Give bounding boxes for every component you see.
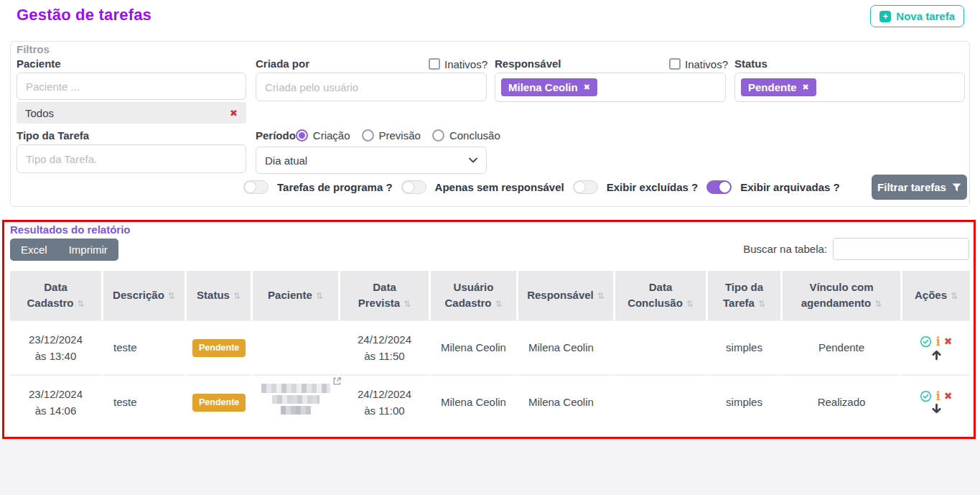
toggle-knob (719, 182, 730, 193)
paciente-input[interactable] (17, 73, 246, 100)
info-icon[interactable]: i (935, 390, 940, 402)
cell-data-conclusao (613, 320, 706, 374)
column-header-data-prevista[interactable]: Data Prevista⇅ (338, 271, 429, 320)
table-row: 23/12/2024 às 13:40 teste Pendente 24/12… (10, 320, 970, 374)
radio-conclusao-label: Conclusão (449, 129, 500, 142)
toggle-exibir-arquivadas[interactable] (706, 180, 732, 194)
radio-criacao-label: Criação (313, 129, 350, 142)
toggle-knob (245, 182, 256, 193)
column-header-label: Status (197, 289, 230, 301)
criada-por-input[interactable] (256, 73, 487, 101)
delete-icon[interactable]: ✖ (944, 336, 953, 346)
selected-patient-row[interactable]: Todos ✖ (17, 102, 246, 124)
cell-paciente (251, 374, 338, 429)
cell-responsavel: Milena Ceolin (516, 320, 613, 374)
inativos-label-criada: Inativos? (444, 58, 487, 70)
column-header-usuario-cadastro[interactable]: Usuário Cadastro⇅ (429, 271, 516, 320)
results-table: Data Cadastro⇅ Descrição⇅ Status⇅ Pacien… (10, 271, 970, 429)
filter-tasks-button[interactable]: Filtrar tarefas (872, 175, 967, 200)
toggle-tarefas-programa[interactable] (243, 180, 269, 194)
status-chip[interactable]: Pendente ✖ (741, 78, 816, 96)
column-header-label: Paciente (268, 289, 312, 301)
cell-data-prevista: 24/12/2024 às 11:00 (338, 374, 429, 429)
responsavel-field[interactable]: Milena Ceolin ✖ (495, 73, 726, 102)
new-task-button[interactable]: + Nova tarefa (870, 5, 964, 27)
tipo-tarefa-input[interactable] (17, 144, 246, 173)
column-header-tipo-tarefa[interactable]: Tipo da Tarefa⇅ (706, 271, 780, 320)
cell-paciente (251, 320, 338, 374)
toggle-apenas-sem-responsavel-label: Apenas sem responsável (435, 181, 564, 193)
sort-icon: ⇅ (686, 299, 694, 309)
complete-task-icon[interactable] (920, 336, 932, 348)
external-link-icon[interactable] (332, 376, 342, 386)
column-header-vinculo-agendamento[interactable]: Vínculo com agendamento⇅ (780, 271, 900, 320)
time-line: às 11:50 (346, 348, 423, 364)
column-header-label: Responsável (527, 289, 594, 301)
radio-criacao[interactable] (296, 129, 308, 142)
table-search-label: Buscar na tabela: (743, 243, 827, 255)
status-badge: Pendente (192, 394, 246, 412)
redacted-line (281, 406, 311, 415)
info-icon[interactable]: i (935, 336, 940, 348)
toggle-apenas-sem-responsavel[interactable] (401, 180, 426, 194)
results-title: Resultados do relatório (10, 223, 131, 236)
inativos-checkbox-responsavel[interactable] (669, 58, 681, 70)
cell-data-prevista: 24/12/2024 às 11:50 (338, 320, 429, 374)
delete-icon[interactable]: ✖ (944, 391, 953, 401)
column-header-data-conclusao[interactable]: Data Conclusão⇅ (613, 271, 706, 320)
sort-icon: ⇅ (874, 299, 882, 309)
toggles-row: Tarefas de programa ? Apenas sem respons… (243, 179, 840, 195)
column-header-acoes[interactable]: Ações⇅ (900, 271, 970, 320)
periodo-radio-group: Período Criação Previsão Conclusão (256, 128, 512, 142)
column-header-data-cadastro[interactable]: Data Cadastro⇅ (10, 271, 101, 320)
table-row: 23/12/2024 às 14:06 teste Pendente (10, 374, 970, 429)
cell-data-cadastro: 23/12/2024 às 14:06 (10, 374, 101, 429)
periodo-select[interactable]: Dia atual (256, 147, 487, 174)
redacted-line (272, 395, 319, 404)
column-header-label: Descrição (113, 289, 164, 301)
cell-data-conclusao (613, 374, 706, 429)
tipo-tarefa-label: Tipo da Tarefa (17, 129, 89, 142)
sort-icon: ⇅ (77, 299, 84, 309)
table-search-input[interactable] (833, 238, 969, 260)
excel-button[interactable]: Excel (10, 239, 58, 261)
cell-usuario-cadastro: Milena Ceolin (429, 320, 516, 374)
move-up-icon[interactable] (930, 348, 943, 361)
inativos-checkbox-criada[interactable] (429, 58, 440, 70)
selected-patient-label: Todos (25, 107, 54, 119)
column-header-paciente[interactable]: Paciente⇅ (251, 271, 338, 320)
sort-icon: ⇅ (597, 291, 605, 301)
criada-por-label: Criada por (256, 57, 309, 70)
complete-task-icon[interactable] (920, 390, 932, 402)
page-background-strip (0, 439, 980, 495)
sort-icon: ⇅ (233, 291, 241, 301)
toggle-knob (403, 182, 414, 193)
clear-patient-icon[interactable]: ✖ (230, 108, 238, 119)
column-header-label: Usuário Cadastro (444, 281, 493, 310)
inativos-label-responsavel: Inativos? (685, 58, 728, 70)
cell-status: Pendente (185, 320, 251, 374)
column-header-responsavel[interactable]: Responsável⇅ (516, 271, 613, 320)
sort-icon: ⇅ (168, 291, 175, 301)
responsavel-chip[interactable]: Milena Ceolin ✖ (501, 78, 597, 96)
sort-icon: ⇅ (758, 299, 765, 309)
cell-responsavel: Milena Ceolin (516, 374, 613, 429)
cell-vinculo-agendamento: Pendente (780, 320, 900, 374)
move-down-icon[interactable] (930, 403, 943, 415)
sort-icon: ⇅ (495, 299, 502, 309)
column-header-descricao[interactable]: Descrição⇅ (101, 271, 185, 320)
chip-remove-icon[interactable]: ✖ (803, 83, 809, 92)
radio-conclusao[interactable] (432, 129, 444, 142)
sort-icon: ⇅ (316, 291, 323, 301)
toggle-tarefas-programa-label: Tarefas de programa ? (277, 181, 393, 193)
status-field[interactable]: Pendente ✖ (734, 73, 965, 102)
sort-icon: ⇅ (403, 299, 411, 309)
chip-remove-icon[interactable]: ✖ (584, 83, 590, 92)
column-header-status[interactable]: Status⇅ (185, 271, 251, 320)
toggle-exibir-excluidas[interactable] (573, 180, 598, 194)
export-button-group: Excel Imprimir (10, 239, 118, 261)
radio-previsao[interactable] (362, 129, 374, 142)
print-button[interactable]: Imprimir (58, 239, 118, 261)
time-line: às 13:40 (16, 348, 95, 364)
filters-panel: Filtros Paciente Todos ✖ Tipo da Tarefa … (10, 41, 970, 207)
